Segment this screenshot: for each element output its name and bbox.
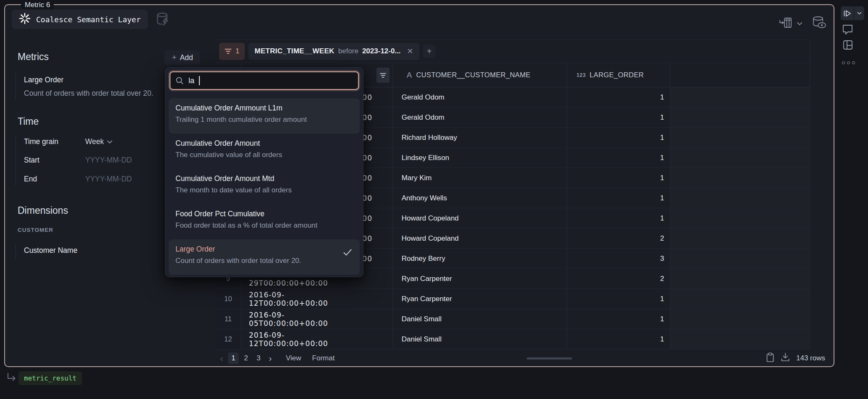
- start-label: Start: [24, 156, 39, 165]
- cell-value: 1: [567, 188, 670, 208]
- cell-customer: Mary Kim: [393, 168, 567, 188]
- preview-data-icon[interactable]: [812, 16, 828, 31]
- next-page-icon[interactable]: ›: [266, 353, 275, 363]
- table-row: 102016-09-12T00:00:00+00:00Ryan Carpente…: [215, 289, 810, 309]
- page-button-1[interactable]: 1: [228, 352, 239, 364]
- run-options-icon[interactable]: [854, 12, 864, 15]
- option-food-order-pct-cumulative[interactable]: Food Order Pct Cumulative Food order tot…: [169, 204, 360, 239]
- cell-value: 1: [567, 309, 670, 329]
- page-button-2[interactable]: 2: [241, 352, 251, 364]
- cell-spacer: [670, 289, 810, 309]
- option-title: Large Order: [175, 245, 353, 254]
- column-filter-button[interactable]: [376, 68, 390, 83]
- table-row: 122016-09-12T00:00:00+00:00Daniel Small1: [215, 329, 810, 349]
- table-row: 112016-09-05T00:00:00+00:00Daniel Small1: [215, 309, 810, 329]
- option-title: Cumulative Order Amount Mtd: [175, 174, 353, 183]
- cell-value: 1: [567, 168, 670, 188]
- cell-value: 1: [567, 289, 670, 309]
- number-type-icon: 123: [576, 72, 586, 78]
- column-header-large-order[interactable]: 123 LARGE_ORDER: [567, 63, 670, 87]
- cell-customer: Ryan Carpenter: [393, 289, 567, 309]
- cell-value: 2: [567, 228, 670, 248]
- cell-value: 1: [567, 128, 670, 147]
- option-cumulative-order-amount[interactable]: Cumulative Order Amount The cumulative v…: [169, 134, 360, 169]
- cell-value: 1: [567, 329, 670, 349]
- cell-customer: Ryan Carpenter: [393, 269, 567, 289]
- end-label: End: [24, 175, 37, 184]
- option-cumulative-order-ammount-l1m[interactable]: Cumulative Order Ammount L1m Trailing 1 …: [169, 98, 360, 134]
- cell-spacer: [670, 228, 810, 248]
- remove-filter-icon[interactable]: ✕: [407, 47, 413, 56]
- cell-customer: Daniel Small: [393, 309, 567, 329]
- cell-spacer: [670, 168, 810, 188]
- metric-search-input[interactable]: la: [170, 71, 359, 90]
- dimension-group-label: CUSTOMER: [18, 227, 53, 233]
- filter-value: 2023-12-0...: [362, 47, 401, 55]
- run-icon: [841, 10, 854, 17]
- start-date-input[interactable]: YYYY-MM-DD: [85, 156, 132, 165]
- option-description: Count of orders with order total over 20…: [175, 257, 353, 265]
- layout-panels-icon[interactable]: [843, 40, 853, 52]
- cell-customer: Howard Copeland: [393, 228, 567, 248]
- cell-spacer: [670, 329, 810, 349]
- cell-value: 2: [567, 269, 670, 289]
- run-cell-button[interactable]: [841, 6, 864, 20]
- chevron-down-icon: [107, 140, 112, 144]
- table-footer: ‹ 1 2 3 › View Format 143 rows: [215, 349, 830, 367]
- cell-value: 1: [567, 108, 670, 127]
- option-large-order[interactable]: Large Order Count of orders with order t…: [169, 239, 360, 275]
- send-to-table-icon[interactable]: [779, 17, 792, 30]
- option-description: The month to date value of all orders: [175, 186, 353, 194]
- option-description: Food order total as a % of total order a…: [175, 221, 353, 230]
- cell-spacer: [670, 188, 810, 208]
- indent-guide: [16, 244, 16, 259]
- cell-title: Metric 6: [21, 1, 54, 9]
- plus-icon: +: [172, 53, 176, 62]
- metric-item-large-order[interactable]: Large Order: [24, 76, 63, 84]
- search-icon: [175, 76, 184, 85]
- checkmark-icon: [343, 249, 352, 257]
- dimension-item-customer-name[interactable]: Customer Name: [24, 246, 77, 255]
- coalesce-logo-icon: [19, 13, 31, 26]
- prev-page-icon[interactable]: ‹: [217, 353, 226, 363]
- view-button[interactable]: View: [286, 354, 301, 362]
- semantic-layer-chip[interactable]: Coalesce Semantic Layer: [12, 10, 148, 29]
- cell-customer: Gerald Odom: [393, 87, 567, 107]
- chevron-down-icon[interactable]: [797, 20, 803, 27]
- column-name: LARGE_ORDER: [590, 71, 644, 79]
- add-metric-button[interactable]: + Add: [165, 50, 200, 65]
- column-name: CUSTOMER__CUSTOMER_NAME: [416, 71, 531, 79]
- horizontal-scrollbar[interactable]: [527, 357, 572, 360]
- time-grain-select[interactable]: Week: [85, 137, 112, 146]
- copy-icon[interactable]: [766, 352, 774, 365]
- cell-customer: Gerald Odom: [393, 108, 567, 127]
- option-cumulative-order-amount-mtd[interactable]: Cumulative Order Amount Mtd The month to…: [169, 169, 360, 204]
- add-filter-button[interactable]: +: [423, 45, 436, 58]
- metric-search-dropdown: la Cumulative Order Ammount L1m Trailing…: [165, 67, 363, 277]
- active-filters-badge[interactable]: 1: [219, 43, 245, 60]
- row-count: 143 rows: [796, 354, 825, 362]
- cell-value: 1: [567, 148, 670, 168]
- cell-date: 2016-09-05T00:00:00+00:00: [241, 309, 393, 329]
- cell-date: 2016-09-12T00:00:00+00:00: [241, 329, 393, 349]
- metric-options-list: Cumulative Order Ammount L1m Trailing 1 …: [165, 98, 363, 275]
- page-button-3[interactable]: 3: [253, 352, 264, 364]
- filter-count: 1: [235, 47, 239, 55]
- table-toolbar: 1 METRIC_TIME__WEEK before 2023-12-0... …: [215, 39, 810, 63]
- download-icon[interactable]: [781, 352, 790, 364]
- filter-chip[interactable]: METRIC_TIME__WEEK before 2023-12-0... ✕: [248, 43, 419, 60]
- cell-spacer: [670, 309, 810, 329]
- column-header-customer-name[interactable]: A CUSTOMER__CUSTOMER_NAME: [393, 63, 567, 87]
- cell-value: 1: [567, 87, 670, 107]
- database-edit-icon[interactable]: [155, 12, 170, 29]
- option-title: Food Order Pct Cumulative: [175, 210, 353, 218]
- app-title: Coalesce Semantic Layer: [36, 15, 141, 24]
- comments-icon[interactable]: [842, 24, 853, 37]
- end-date-input[interactable]: YYYY-MM-DD: [85, 175, 132, 184]
- search-value: la: [188, 76, 194, 85]
- format-button[interactable]: Format: [312, 354, 335, 362]
- more-options-icon[interactable]: [842, 61, 855, 64]
- result-variable-chip[interactable]: metric_result: [18, 371, 82, 385]
- cell-customer: Howard Copeland: [393, 208, 567, 228]
- cell-spacer: [670, 269, 810, 289]
